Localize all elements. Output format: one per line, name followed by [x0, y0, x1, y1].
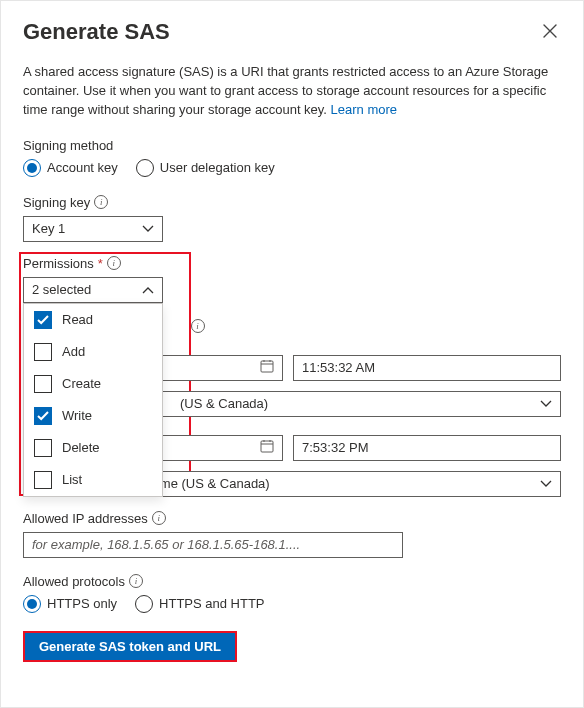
radio-icon	[135, 595, 153, 613]
allowed-protocols-label-text: Allowed protocols	[23, 574, 125, 589]
close-button[interactable]	[539, 19, 561, 45]
permission-option-delete[interactable]: Delete	[24, 432, 162, 464]
signing-key-value: Key 1	[32, 221, 65, 236]
permissions-select[interactable]: 2 selected	[23, 277, 163, 303]
radio-https-and-http[interactable]: HTTPS and HTTP	[135, 595, 264, 613]
permissions-label: Permissions * i	[23, 256, 561, 271]
expiry-time-input[interactable]: 7:53:32 PM	[293, 435, 561, 461]
permissions-label-text: Permissions	[23, 256, 94, 271]
permissions-dropdown: Read Add Create Write Delete	[23, 303, 163, 497]
permission-label: Add	[62, 344, 85, 359]
permission-label: Write	[62, 408, 92, 423]
generate-sas-button[interactable]: Generate SAS token and URL	[23, 631, 237, 662]
radio-icon	[136, 159, 154, 177]
permission-label: Read	[62, 312, 93, 327]
radio-icon	[23, 159, 41, 177]
info-icon[interactable]: i	[191, 319, 205, 333]
calendar-icon	[260, 439, 274, 456]
calendar-icon	[260, 359, 274, 376]
signing-key-label-text: Signing key	[23, 195, 90, 210]
radio-label: User delegation key	[160, 160, 275, 175]
svg-rect-0	[261, 361, 273, 372]
allowed-ip-label-text: Allowed IP addresses	[23, 511, 148, 526]
permission-option-create[interactable]: Create	[24, 368, 162, 400]
checkbox-icon	[34, 407, 52, 425]
info-icon[interactable]: i	[94, 195, 108, 209]
close-icon	[543, 22, 557, 42]
start-time-input[interactable]: 11:53:32 AM	[293, 355, 561, 381]
allowed-protocols-label: Allowed protocols i	[23, 574, 561, 589]
signing-key-select[interactable]: Key 1	[23, 216, 163, 242]
checkbox-icon	[34, 311, 52, 329]
permission-label: List	[62, 472, 82, 487]
signing-method-radio-group: Account key User delegation key	[23, 159, 561, 177]
page-title: Generate SAS	[23, 19, 170, 45]
chevron-down-icon	[142, 225, 154, 233]
radio-user-delegation-key[interactable]: User delegation key	[136, 159, 275, 177]
radio-label: HTTPS only	[47, 596, 117, 611]
checkbox-icon	[34, 343, 52, 361]
info-icon[interactable]: i	[107, 256, 121, 270]
radio-icon	[23, 595, 41, 613]
checkbox-icon	[34, 471, 52, 489]
radio-https-only[interactable]: HTTPS only	[23, 595, 117, 613]
permission-option-add[interactable]: Add	[24, 336, 162, 368]
info-icon[interactable]: i	[129, 574, 143, 588]
chevron-down-icon	[540, 400, 552, 408]
expiry-time-value: 7:53:32 PM	[302, 440, 369, 455]
signing-method-label: Signing method	[23, 138, 561, 153]
learn-more-link[interactable]: Learn more	[331, 102, 397, 117]
svg-rect-4	[261, 441, 273, 452]
allowed-ip-label: Allowed IP addresses i	[23, 511, 561, 526]
permission-option-list[interactable]: List	[24, 464, 162, 496]
radio-label: Account key	[47, 160, 118, 175]
description-body: A shared access signature (SAS) is a URI…	[23, 64, 548, 117]
radio-account-key[interactable]: Account key	[23, 159, 118, 177]
start-time-value: 11:53:32 AM	[302, 360, 375, 375]
signing-key-label: Signing key i	[23, 195, 561, 210]
permissions-select-container: 2 selected Read Add Create	[23, 277, 163, 303]
allowed-protocols-radio-group: HTTPS only HTTPS and HTTP	[23, 595, 561, 613]
radio-label: HTTPS and HTTP	[159, 596, 264, 611]
required-asterisk: *	[98, 256, 103, 271]
checkbox-icon	[34, 439, 52, 457]
title-row: Generate SAS	[23, 19, 561, 45]
permissions-selected-text: 2 selected	[32, 282, 91, 297]
checkbox-icon	[34, 375, 52, 393]
generate-sas-panel: Generate SAS A shared access signature (…	[0, 0, 584, 708]
chevron-down-icon	[540, 480, 552, 488]
permission-option-read[interactable]: Read	[24, 304, 162, 336]
permission-label: Create	[62, 376, 101, 391]
chevron-up-icon	[142, 286, 154, 294]
info-icon[interactable]: i	[152, 511, 166, 525]
description-text: A shared access signature (SAS) is a URI…	[23, 63, 561, 120]
permission-label: Delete	[62, 440, 100, 455]
permission-option-write[interactable]: Write	[24, 400, 162, 432]
allowed-ip-input[interactable]	[23, 532, 403, 558]
